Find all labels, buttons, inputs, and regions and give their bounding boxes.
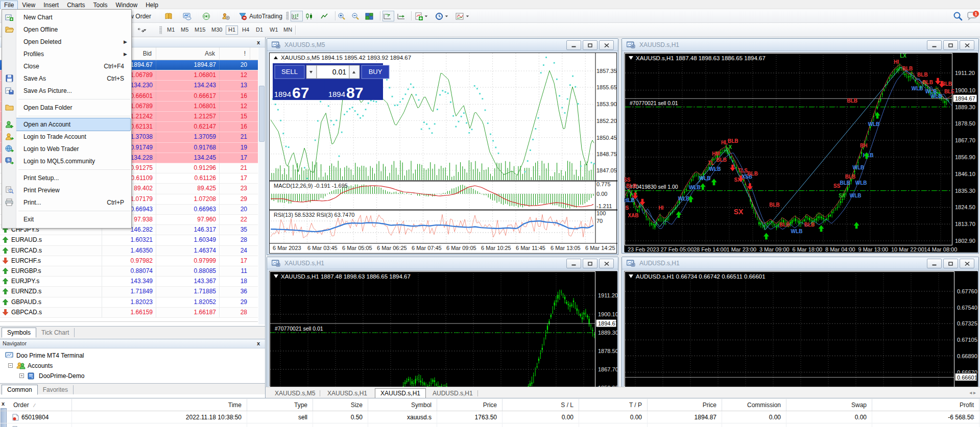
notifications-icon[interactable]: 1: [966, 11, 979, 21]
file-menu-item-login-to-trade-account[interactable]: Login to Trade Account: [2, 131, 131, 143]
bar-chart-button[interactable]: [291, 11, 303, 21]
restore-button[interactable]: [943, 40, 958, 50]
tab-symbols[interactable]: Symbols: [2, 328, 36, 338]
menu-view[interactable]: View: [18, 1, 39, 10]
market-watch-row[interactable]: GBPAUD.s1.820231.8205229: [0, 297, 258, 308]
file-menu-item-print-setup-[interactable]: Print Setup...: [2, 172, 131, 184]
navigator-item[interactable]: +DooPrime-Demo: [0, 371, 265, 381]
market-watch-row[interactable]: EURNZD.s1.718491.7188536: [0, 287, 258, 297]
chart-window-title[interactable]: AUDUSD.s,H1: [622, 257, 978, 269]
timeframe-MN[interactable]: MN: [281, 26, 293, 35]
terminal-col-swap[interactable]: Swap: [786, 399, 872, 411]
close-order-icon[interactable]: x: [971, 414, 974, 420]
minimize-button[interactable]: [927, 259, 942, 268]
minimize-button[interactable]: [566, 40, 581, 50]
restore-button[interactable]: [583, 40, 597, 50]
file-menu-item-open-offline[interactable]: Open Offline: [2, 23, 131, 36]
terminal-order-row[interactable]: 650198042022.11.18 10:38:50sell0.50xauus…: [0, 411, 980, 423]
expand-icon[interactable]: +: [19, 373, 24, 378]
terminal-col-price[interactable]: Price: [437, 399, 503, 411]
timeframe-M30[interactable]: M30: [209, 26, 224, 35]
tab-common[interactable]: Common: [2, 385, 38, 395]
signals-button[interactable]: [202, 11, 216, 21]
market-watch-row[interactable]: EURJPY.s143.349143.36718: [0, 277, 258, 287]
terminal-col-symbol[interactable]: Symbol: [368, 399, 437, 411]
navigator-item[interactable]: −Accounts: [0, 361, 265, 371]
file-menu-item-login-to-web-trader[interactable]: Login to Web Trader: [2, 143, 131, 155]
file-menu-item-new-chart[interactable]: New Chart: [2, 11, 131, 23]
chart-area-audusd-h1[interactable]: 0.677600.675400.673250.671050.668900.666…: [624, 271, 977, 386]
chart-tab-3[interactable]: AUDUSD.s,H1: [427, 389, 478, 398]
chart-tab-2[interactable]: XAUUSD.s,H1: [375, 388, 426, 398]
terminal-close-icon[interactable]: x: [2, 400, 5, 407]
timeframe-W1[interactable]: W1: [267, 26, 279, 35]
zoom-out-button[interactable]: [351, 11, 363, 21]
terminal-order-row[interactable]: 650198062022.11.18 10:38:43sell1.00xauus…: [0, 423, 980, 427]
periods-button[interactable]: [435, 11, 452, 21]
navigator-item[interactable]: Doo Prime MT4 Terminal: [0, 350, 265, 361]
file-menu-item-profiles[interactable]: Profiles▶: [2, 48, 131, 60]
market-watch-row[interactable]: GBPCAD.s1.661591.6618728: [0, 308, 258, 318]
line-chart-button[interactable]: [320, 11, 332, 21]
terminal-col-sl[interactable]: S / L: [503, 399, 579, 411]
market-watch-close-icon[interactable]: x: [257, 39, 260, 45]
timeframe-D1[interactable]: D1: [253, 26, 266, 35]
zoom-in-button[interactable]: [338, 11, 349, 21]
timeframe-H4[interactable]: H4: [240, 26, 252, 35]
navigator-close-icon[interactable]: x: [257, 340, 260, 346]
terminal-col-commission[interactable]: Commission: [722, 399, 786, 411]
chart-area-xauusd-h1[interactable]: 1911.201900.101889.301878.501867.701856.…: [624, 53, 977, 252]
tab-favorites[interactable]: Favorites: [38, 385, 74, 394]
chart-shift-button[interactable]: [383, 11, 394, 21]
file-menu-item-print-preview[interactable]: Print Preview: [2, 184, 131, 196]
file-menu-item-save-as[interactable]: Save AsCtrl+S: [2, 72, 131, 85]
restore-button[interactable]: [583, 259, 597, 268]
restore-button[interactable]: [943, 259, 958, 268]
terminal-col-profit[interactable]: Profit: [872, 399, 979, 411]
market-watch-row[interactable]: EURGBP.s0.880740.8808511: [0, 266, 258, 277]
file-menu-item-close[interactable]: CloseCtrl+F4: [2, 60, 131, 72]
chart-tab-1[interactable]: XAUUSD.s,H1: [322, 389, 372, 398]
auto-scroll-button[interactable]: [397, 11, 409, 21]
autotrading-button[interactable]: AutoTrading: [238, 11, 284, 21]
chart-window-title[interactable]: XAUUSD.s,H1: [622, 39, 978, 51]
menu-tools[interactable]: Tools: [89, 1, 112, 10]
menu-help[interactable]: Help: [141, 1, 162, 10]
timeframe-H1[interactable]: H1: [226, 26, 238, 35]
chart-area-m5[interactable]: 1857.351855.651853.901852.201850.451848.…: [269, 53, 617, 254]
terminal-col-time[interactable]: Time: [72, 399, 247, 411]
arrange-symbols-button[interactable]: [136, 25, 156, 36]
market-watch-button[interactable]: [183, 11, 196, 21]
terminal-col-size[interactable]: Size: [313, 399, 368, 411]
minimize-button[interactable]: [927, 40, 942, 50]
history-center-button[interactable]: [164, 11, 178, 21]
terminal-col-price[interactable]: Price: [648, 399, 722, 411]
minimize-button[interactable]: [566, 259, 581, 268]
tile-windows-button[interactable]: [365, 11, 378, 21]
templates-button[interactable]: [456, 11, 473, 21]
terminal-col-type[interactable]: Type: [247, 399, 313, 411]
tab-tick-chart[interactable]: Tick Chart: [36, 328, 75, 337]
close-button[interactable]: [599, 40, 614, 50]
menu-insert[interactable]: Insert: [39, 1, 63, 10]
file-menu-item-save-as-picture-[interactable]: Save As Picture...: [2, 85, 131, 97]
chart-tab-0[interactable]: XAUUSD.s,M5: [270, 389, 320, 398]
file-menu-item-login-to-mql5-community[interactable]: SLogin to MQL5.community: [2, 155, 131, 167]
file-menu-item-exit[interactable]: Exit: [2, 213, 131, 225]
timeframe-M5[interactable]: M5: [178, 26, 190, 35]
search-icon[interactable]: [953, 11, 964, 21]
scrollbar-thumb[interactable]: [259, 86, 265, 142]
file-menu-item-open-data-folder[interactable]: Open Data Folder: [2, 102, 131, 114]
file-menu-item-print-[interactable]: Print...Ctrl+P: [2, 196, 131, 209]
terminal-col-tp[interactable]: T / P: [579, 399, 648, 411]
timeframe-M1[interactable]: M1: [164, 26, 177, 35]
chart-window-title[interactable]: XAUUSD.s,M5: [267, 39, 618, 51]
chart-window-title[interactable]: XAUUSD.s,H1: [267, 257, 618, 269]
file-menu-item-open-an-account[interactable]: Open an Account: [2, 118, 131, 131]
chart-area-xauusd-h1-2[interactable]: 1911.201900.101889.301878.501867.701856.…: [269, 271, 617, 386]
menu-window[interactable]: Window: [112, 1, 142, 10]
terminal-col-order[interactable]: Order∕: [8, 399, 72, 411]
close-button[interactable]: [960, 40, 974, 50]
menu-charts[interactable]: Charts: [63, 1, 89, 10]
menu-file[interactable]: File: [0, 1, 18, 10]
